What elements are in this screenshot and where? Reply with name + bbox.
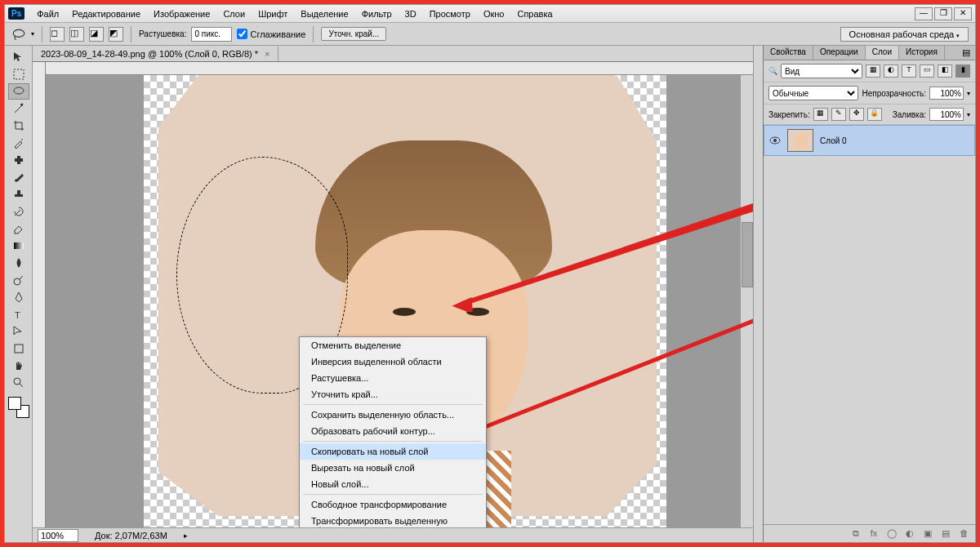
tab-close-icon[interactable]: × [265,49,270,59]
antialias-checkbox[interactable]: Сглаживание [237,29,305,39]
lock-trans-icon[interactable]: ▦ [813,108,828,121]
wand-tool[interactable] [8,100,29,117]
context-menu-item[interactable]: Инверсия выделенной области [300,354,486,370]
zoom-input[interactable] [38,529,78,542]
context-menu-item[interactable]: Новый слой... [300,476,486,492]
blend-mode-select[interactable]: Обычные [768,86,858,100]
heal-tool[interactable] [8,152,29,168]
layer-row[interactable]: Слой 0 [764,125,975,156]
context-menu-item[interactable]: Образовать рабочий контур... [300,423,486,439]
history-brush-tool[interactable] [8,203,29,220]
filter-pixel-icon[interactable]: ▦ [866,64,880,78]
context-menu-item[interactable]: Трансформировать выделенную область [300,513,486,527]
pen-tool[interactable] [8,289,29,305]
menu-window[interactable]: Окно [478,7,510,21]
layer-filter-row: 🔍 Вид ▦ ◐ T ▭ ◧ ▮ [764,60,975,82]
type-tool[interactable]: T [8,306,29,322]
titlebar: Ps Файл Редактирование Изображение Слои … [5,5,975,23]
context-menu-item[interactable]: Скопировать на новый слой [300,443,486,460]
blend-row: Обычные Непрозрачность: ▾ [764,82,975,105]
feather-input[interactable] [191,27,232,42]
tab-actions[interactable]: Операции [813,46,866,60]
filter-toggle[interactable]: ▮ [956,64,970,78]
mask-icon[interactable]: ◯ [885,528,898,540]
tab-history[interactable]: История [899,46,945,60]
link-icon[interactable]: ⧉ [849,528,862,540]
opacity-input[interactable] [929,87,964,100]
panel-menu-icon[interactable]: ▤ [957,46,975,60]
panels: Свойства Операции Слои История ▤ 🔍 Вид ▦… [763,46,975,542]
dodge-tool[interactable] [8,272,29,288]
minimize-button[interactable]: — [915,7,933,20]
filter-shape-icon[interactable]: ▭ [920,64,934,78]
hand-tool[interactable] [8,358,29,374]
lock-pos-icon[interactable]: ✥ [849,108,864,121]
panel-collapse-strip[interactable] [753,46,763,542]
selection-new-icon[interactable]: ◻ [50,27,65,42]
canvas[interactable]: Отменить выделениеИнверсия выделенной об… [46,75,753,527]
layer-kind-select[interactable]: Вид [781,64,862,78]
lock-pixels-icon[interactable]: ✎ [831,108,846,121]
menu-help[interactable]: Справка [511,7,558,21]
marquee-tool[interactable] [8,66,29,82]
group-icon[interactable]: ▣ [921,528,934,540]
lasso-tool[interactable] [8,83,29,100]
ruler-horizontal[interactable] [46,62,753,75]
context-menu-item[interactable]: Сохранить выделенную область... [300,407,486,423]
context-menu-item[interactable]: Свободное трансформирование [300,496,486,513]
shape-tool[interactable] [8,340,29,357]
visibility-icon[interactable] [769,136,781,145]
selection-add-icon[interactable]: ◫ [69,27,84,42]
refine-edge-button[interactable]: Уточн. край... [321,27,386,41]
eraser-tool[interactable] [8,220,29,237]
maximize-button[interactable]: ❐ [934,7,952,20]
menu-filter[interactable]: Фильтр [356,7,398,21]
workspace-switcher[interactable]: Основная рабочая среда ▾ [840,27,969,42]
tab-properties[interactable]: Свойства [764,46,813,60]
document-tab[interactable]: 2023-08-09_14-28-49.png @ 100% (Слой 0, … [33,47,278,61]
menu-view[interactable]: Просмотр [424,7,476,21]
context-menu-item[interactable]: Отменить выделение [300,337,486,354]
eyedropper-tool[interactable] [8,135,29,151]
move-tool[interactable] [8,49,29,65]
layer-name[interactable]: Слой 0 [820,136,847,145]
tab-layers[interactable]: Слои [866,46,899,60]
context-menu-item[interactable]: Вырезать на новый слой [300,460,486,476]
menu-image[interactable]: Изображение [148,7,216,21]
trash-icon[interactable]: 🗑 [957,528,970,540]
adjustment-icon[interactable]: ◐ [903,528,916,540]
layer-thumbnail[interactable] [787,129,813,152]
menu-edit[interactable]: Редактирование [66,7,146,21]
selection-sub-icon[interactable]: ◪ [89,27,104,42]
filter-adjust-icon[interactable]: ◐ [884,64,898,78]
brush-tool[interactable] [8,169,29,185]
selection-intersect-icon[interactable]: ◩ [109,27,123,42]
menu-layers[interactable]: Слои [217,7,251,21]
fg-color-swatch[interactable] [8,397,21,410]
blur-tool[interactable] [8,255,29,271]
menu-type[interactable]: Шрифт [252,7,293,21]
filter-smart-icon[interactable]: ◧ [938,64,952,78]
fx-icon[interactable]: fx [867,528,880,540]
panel-tabs: Свойства Операции Слои История ▤ [764,46,975,60]
context-menu-item[interactable]: Уточнить край... [300,386,486,402]
path-tool[interactable] [8,323,29,340]
fill-input[interactable] [929,108,964,121]
scrollbar-vertical[interactable] [740,75,753,527]
crop-tool[interactable] [8,118,29,134]
menu-select[interactable]: Выделение [295,7,354,21]
zoom-tool[interactable] [8,375,29,391]
gradient-tool[interactable] [8,238,29,254]
menu-3d[interactable]: 3D [399,7,422,21]
new-layer-icon[interactable]: ▤ [939,528,952,540]
stamp-tool[interactable] [8,186,29,202]
layers-footer: ⧉ fx ◯ ◐ ▣ ▤ 🗑 [764,524,975,542]
color-swatches[interactable] [8,397,29,418]
close-button[interactable]: ✕ [954,7,972,20]
menu-file[interactable]: Файл [31,7,65,21]
filter-type-icon[interactable]: T [902,64,916,78]
app-logo: Ps [8,7,24,20]
lock-all-icon[interactable]: 🔒 [867,108,882,121]
ruler-vertical[interactable] [33,62,46,527]
context-menu-item[interactable]: Растушевка... [300,370,486,386]
